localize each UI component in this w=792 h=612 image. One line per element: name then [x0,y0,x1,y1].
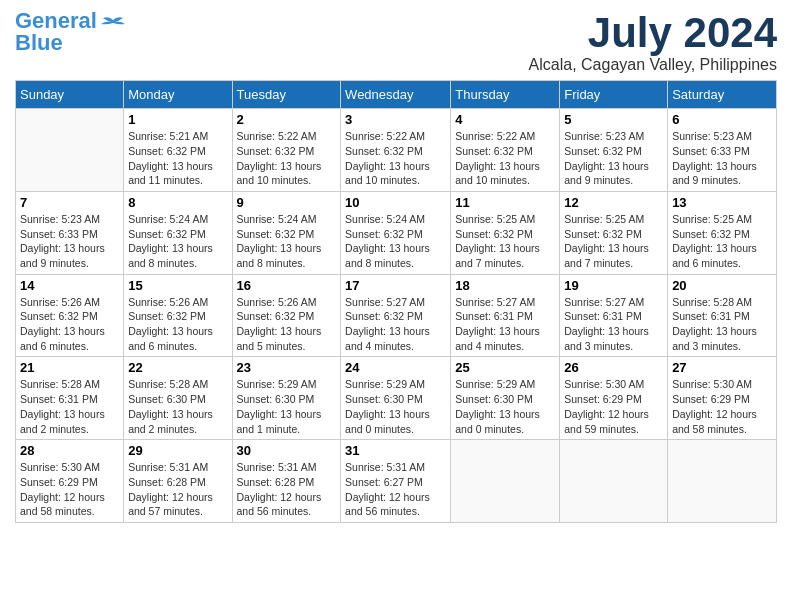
day-info: Sunrise: 5:23 AM Sunset: 6:33 PM Dayligh… [672,129,772,188]
day-cell: 17Sunrise: 5:27 AM Sunset: 6:32 PM Dayli… [341,274,451,357]
day-info: Sunrise: 5:28 AM Sunset: 6:31 PM Dayligh… [20,377,119,436]
header-cell-sunday: Sunday [16,81,124,109]
day-cell: 15Sunrise: 5:26 AM Sunset: 6:32 PM Dayli… [124,274,232,357]
day-number: 2 [237,112,337,127]
day-number: 20 [672,278,772,293]
day-info: Sunrise: 5:30 AM Sunset: 6:29 PM Dayligh… [564,377,663,436]
day-cell: 23Sunrise: 5:29 AM Sunset: 6:30 PM Dayli… [232,357,341,440]
day-info: Sunrise: 5:27 AM Sunset: 6:31 PM Dayligh… [455,295,555,354]
day-info: Sunrise: 5:26 AM Sunset: 6:32 PM Dayligh… [20,295,119,354]
day-info: Sunrise: 5:30 AM Sunset: 6:29 PM Dayligh… [672,377,772,436]
day-number: 3 [345,112,446,127]
day-cell [451,440,560,523]
day-info: Sunrise: 5:31 AM Sunset: 6:28 PM Dayligh… [237,460,337,519]
day-info: Sunrise: 5:29 AM Sunset: 6:30 PM Dayligh… [345,377,446,436]
day-cell: 29Sunrise: 5:31 AM Sunset: 6:28 PM Dayli… [124,440,232,523]
day-cell: 22Sunrise: 5:28 AM Sunset: 6:30 PM Dayli… [124,357,232,440]
day-number: 6 [672,112,772,127]
day-cell: 31Sunrise: 5:31 AM Sunset: 6:27 PM Dayli… [341,440,451,523]
day-number: 22 [128,360,227,375]
week-row-5: 28Sunrise: 5:30 AM Sunset: 6:29 PM Dayli… [16,440,777,523]
day-cell: 3Sunrise: 5:22 AM Sunset: 6:32 PM Daylig… [341,109,451,192]
header-cell-friday: Friday [560,81,668,109]
day-cell: 27Sunrise: 5:30 AM Sunset: 6:29 PM Dayli… [668,357,777,440]
day-info: Sunrise: 5:27 AM Sunset: 6:32 PM Dayligh… [345,295,446,354]
day-number: 28 [20,443,119,458]
day-number: 30 [237,443,337,458]
week-row-1: 1Sunrise: 5:21 AM Sunset: 6:32 PM Daylig… [16,109,777,192]
day-cell: 25Sunrise: 5:29 AM Sunset: 6:30 PM Dayli… [451,357,560,440]
day-info: Sunrise: 5:25 AM Sunset: 6:32 PM Dayligh… [564,212,663,271]
day-cell: 18Sunrise: 5:27 AM Sunset: 6:31 PM Dayli… [451,274,560,357]
day-info: Sunrise: 5:23 AM Sunset: 6:32 PM Dayligh… [564,129,663,188]
month-title: July 2024 [529,10,777,56]
week-row-2: 7Sunrise: 5:23 AM Sunset: 6:33 PM Daylig… [16,191,777,274]
day-cell: 11Sunrise: 5:25 AM Sunset: 6:32 PM Dayli… [451,191,560,274]
day-cell: 9Sunrise: 5:24 AM Sunset: 6:32 PM Daylig… [232,191,341,274]
day-number: 15 [128,278,227,293]
day-info: Sunrise: 5:21 AM Sunset: 6:32 PM Dayligh… [128,129,227,188]
day-cell: 6Sunrise: 5:23 AM Sunset: 6:33 PM Daylig… [668,109,777,192]
day-info: Sunrise: 5:24 AM Sunset: 6:32 PM Dayligh… [128,212,227,271]
day-number: 14 [20,278,119,293]
day-info: Sunrise: 5:31 AM Sunset: 6:28 PM Dayligh… [128,460,227,519]
day-cell: 12Sunrise: 5:25 AM Sunset: 6:32 PM Dayli… [560,191,668,274]
day-info: Sunrise: 5:27 AM Sunset: 6:31 PM Dayligh… [564,295,663,354]
day-cell: 26Sunrise: 5:30 AM Sunset: 6:29 PM Dayli… [560,357,668,440]
day-number: 16 [237,278,337,293]
day-number: 19 [564,278,663,293]
day-cell: 28Sunrise: 5:30 AM Sunset: 6:29 PM Dayli… [16,440,124,523]
day-number: 31 [345,443,446,458]
day-number: 4 [455,112,555,127]
day-number: 11 [455,195,555,210]
day-number: 7 [20,195,119,210]
day-info: Sunrise: 5:22 AM Sunset: 6:32 PM Dayligh… [455,129,555,188]
header-cell-monday: Monday [124,81,232,109]
day-info: Sunrise: 5:22 AM Sunset: 6:32 PM Dayligh… [345,129,446,188]
day-number: 8 [128,195,227,210]
location: Alcala, Cagayan Valley, Philippines [529,56,777,74]
week-row-4: 21Sunrise: 5:28 AM Sunset: 6:31 PM Dayli… [16,357,777,440]
day-cell [16,109,124,192]
day-info: Sunrise: 5:25 AM Sunset: 6:32 PM Dayligh… [455,212,555,271]
day-number: 1 [128,112,227,127]
day-cell: 2Sunrise: 5:22 AM Sunset: 6:32 PM Daylig… [232,109,341,192]
day-info: Sunrise: 5:24 AM Sunset: 6:32 PM Dayligh… [237,212,337,271]
header-row: SundayMondayTuesdayWednesdayThursdayFrid… [16,81,777,109]
day-cell: 13Sunrise: 5:25 AM Sunset: 6:32 PM Dayli… [668,191,777,274]
header-cell-wednesday: Wednesday [341,81,451,109]
header-cell-tuesday: Tuesday [232,81,341,109]
day-cell: 8Sunrise: 5:24 AM Sunset: 6:32 PM Daylig… [124,191,232,274]
day-number: 5 [564,112,663,127]
day-number: 17 [345,278,446,293]
day-cell: 7Sunrise: 5:23 AM Sunset: 6:33 PM Daylig… [16,191,124,274]
day-info: Sunrise: 5:22 AM Sunset: 6:32 PM Dayligh… [237,129,337,188]
day-number: 24 [345,360,446,375]
header-cell-thursday: Thursday [451,81,560,109]
day-info: Sunrise: 5:26 AM Sunset: 6:32 PM Dayligh… [237,295,337,354]
day-cell: 4Sunrise: 5:22 AM Sunset: 6:32 PM Daylig… [451,109,560,192]
day-number: 21 [20,360,119,375]
title-block: July 2024 Alcala, Cagayan Valley, Philip… [529,10,777,74]
day-cell [668,440,777,523]
day-cell [560,440,668,523]
day-number: 13 [672,195,772,210]
day-number: 12 [564,195,663,210]
day-cell: 16Sunrise: 5:26 AM Sunset: 6:32 PM Dayli… [232,274,341,357]
day-cell: 14Sunrise: 5:26 AM Sunset: 6:32 PM Dayli… [16,274,124,357]
day-cell: 20Sunrise: 5:28 AM Sunset: 6:31 PM Dayli… [668,274,777,357]
day-info: Sunrise: 5:30 AM Sunset: 6:29 PM Dayligh… [20,460,119,519]
day-number: 23 [237,360,337,375]
logo-bird-icon [99,16,127,38]
day-number: 27 [672,360,772,375]
week-row-3: 14Sunrise: 5:26 AM Sunset: 6:32 PM Dayli… [16,274,777,357]
page-header: GeneralBlue July 2024 Alcala, Cagayan Va… [15,10,777,74]
day-info: Sunrise: 5:24 AM Sunset: 6:32 PM Dayligh… [345,212,446,271]
header-cell-saturday: Saturday [668,81,777,109]
day-cell: 30Sunrise: 5:31 AM Sunset: 6:28 PM Dayli… [232,440,341,523]
day-number: 18 [455,278,555,293]
day-cell: 19Sunrise: 5:27 AM Sunset: 6:31 PM Dayli… [560,274,668,357]
day-number: 10 [345,195,446,210]
day-cell: 21Sunrise: 5:28 AM Sunset: 6:31 PM Dayli… [16,357,124,440]
day-info: Sunrise: 5:28 AM Sunset: 6:30 PM Dayligh… [128,377,227,436]
